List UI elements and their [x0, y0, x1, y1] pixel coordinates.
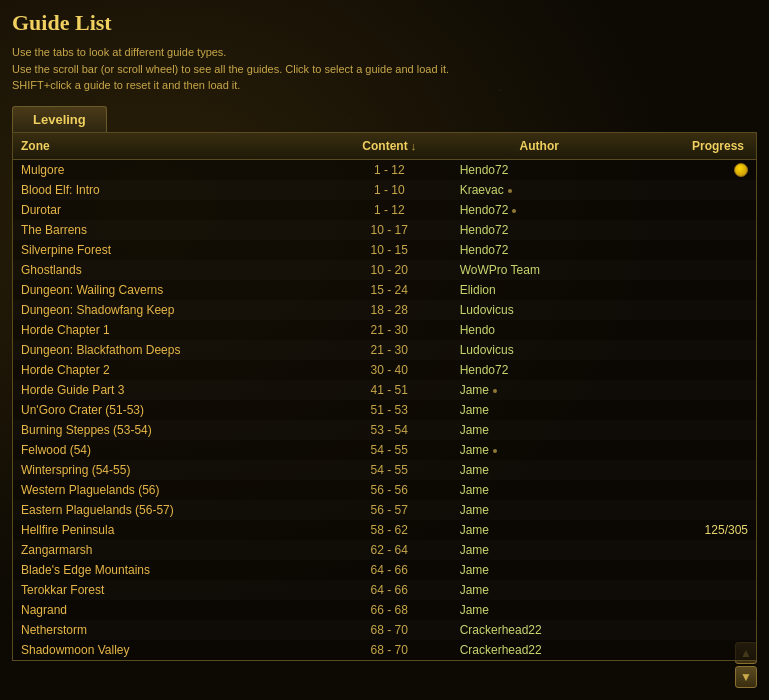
cell-content: 21 - 30	[327, 340, 452, 360]
cell-content: 1 - 10	[327, 180, 452, 200]
table-row[interactable]: Mulgore1 - 12Hendo72	[13, 159, 757, 180]
table-row[interactable]: Ghostlands10 - 20WoWPro Team	[13, 260, 757, 280]
cell-zone: Dungeon: Wailing Caverns	[13, 280, 327, 300]
cell-content: 64 - 66	[327, 560, 452, 580]
table-row[interactable]: Winterspring (54-55)54 - 55Jame	[13, 460, 757, 480]
cell-progress	[627, 420, 757, 440]
table-row[interactable]: Eastern Plaguelands (56-57)56 - 57Jame	[13, 500, 757, 520]
table-row[interactable]: Durotar1 - 12Hendo72	[13, 200, 757, 220]
col-header-author[interactable]: Author	[452, 132, 627, 159]
cell-author: Crackerhead22	[452, 640, 627, 661]
cell-progress	[627, 220, 757, 240]
cell-author: Jame	[452, 380, 627, 400]
cell-content: 10 - 20	[327, 260, 452, 280]
instructions: Use the tabs to look at different guide …	[12, 44, 757, 94]
cell-zone: Ghostlands	[13, 260, 327, 280]
cell-zone: Shadowmoon Valley	[13, 640, 327, 661]
cell-author: Jame	[452, 520, 627, 540]
table-row[interactable]: Netherstorm68 - 70Crackerhead22	[13, 620, 757, 640]
table-row[interactable]: Horde Chapter 121 - 30Hendo	[13, 320, 757, 340]
cell-progress	[627, 380, 757, 400]
cell-zone: Felwood (54)	[13, 440, 327, 460]
cell-author: Jame	[452, 460, 627, 480]
table-row[interactable]: Terokkar Forest64 - 66Jame	[13, 580, 757, 600]
cell-progress	[627, 440, 757, 460]
cell-zone: Horde Guide Part 3	[13, 380, 327, 400]
cell-progress	[627, 400, 757, 420]
cell-content: 1 - 12	[327, 159, 452, 180]
cell-zone: Western Plaguelands (56)	[13, 480, 327, 500]
col-header-progress[interactable]: Progress	[627, 132, 757, 159]
cell-zone: Silverpine Forest	[13, 240, 327, 260]
table-row[interactable]: Felwood (54)54 - 55Jame	[13, 440, 757, 460]
table-header-row: Zone Content↓ Author Progress	[13, 132, 757, 159]
cell-content: 62 - 64	[327, 540, 452, 560]
col-header-content[interactable]: Content↓	[327, 132, 452, 159]
table-row[interactable]: Hellfire Peninsula58 - 62Jame125/305	[13, 520, 757, 540]
table-row[interactable]: Dungeon: Blackfathom Deeps21 - 30Ludovic…	[13, 340, 757, 360]
table-row[interactable]: Horde Guide Part 341 - 51Jame	[13, 380, 757, 400]
cell-author: Hendo	[452, 320, 627, 340]
scroll-down-icon: ▼	[740, 670, 752, 684]
col-header-zone[interactable]: Zone	[13, 132, 327, 159]
cell-author: Jame	[452, 440, 627, 460]
cell-progress	[627, 159, 757, 180]
dot-indicator-icon	[493, 389, 497, 393]
tab-leveling[interactable]: Leveling	[12, 106, 107, 132]
cell-progress	[627, 600, 757, 620]
cell-progress	[627, 640, 757, 661]
cell-zone: Horde Chapter 2	[13, 360, 327, 380]
cell-progress	[627, 260, 757, 280]
cell-author: Jame	[452, 400, 627, 420]
cell-author: Hendo72	[452, 159, 627, 180]
table-row[interactable]: Un'Goro Crater (51-53)51 - 53Jame	[13, 400, 757, 420]
table-row[interactable]: Zangarmarsh62 - 64Jame	[13, 540, 757, 560]
page-title: Guide List	[12, 10, 757, 36]
cell-progress	[627, 480, 757, 500]
cell-content: 1 - 12	[327, 200, 452, 220]
table-row[interactable]: Burning Steppes (53-54)53 - 54Jame	[13, 420, 757, 440]
cell-content: 18 - 28	[327, 300, 452, 320]
table-row[interactable]: Dungeon: Shadowfang Keep18 - 28Ludovicus	[13, 300, 757, 320]
cell-author: Jame	[452, 600, 627, 620]
cell-progress	[627, 180, 757, 200]
gold-icon	[734, 163, 748, 177]
cell-author: Kraevac	[452, 180, 627, 200]
cell-author: Jame	[452, 480, 627, 500]
cell-zone: Nagrand	[13, 600, 327, 620]
cell-progress	[627, 460, 757, 480]
table-row[interactable]: Silverpine Forest10 - 15Hendo72	[13, 240, 757, 260]
table-row[interactable]: Dungeon: Wailing Caverns15 - 24Elidion	[13, 280, 757, 300]
cell-content: 56 - 57	[327, 500, 452, 520]
table-row[interactable]: Blade's Edge Mountains64 - 66Jame	[13, 560, 757, 580]
table-row[interactable]: Blood Elf: Intro1 - 10Kraevac	[13, 180, 757, 200]
cell-progress	[627, 500, 757, 520]
cell-zone: Mulgore	[13, 159, 327, 180]
cell-zone: Un'Goro Crater (51-53)	[13, 400, 327, 420]
cell-zone: Hellfire Peninsula	[13, 520, 327, 540]
cell-content: 41 - 51	[327, 380, 452, 400]
cell-progress	[627, 300, 757, 320]
cell-author: Jame	[452, 420, 627, 440]
cell-content: 15 - 24	[327, 280, 452, 300]
cell-author: Elidion	[452, 280, 627, 300]
cell-content: 58 - 62	[327, 520, 452, 540]
dot-indicator-icon	[512, 209, 516, 213]
cell-progress	[627, 280, 757, 300]
cell-content: 51 - 53	[327, 400, 452, 420]
table-row[interactable]: Shadowmoon Valley68 - 70Crackerhead22	[13, 640, 757, 661]
table-row[interactable]: Western Plaguelands (56)56 - 56Jame	[13, 480, 757, 500]
cell-progress	[627, 200, 757, 220]
cell-zone: Terokkar Forest	[13, 580, 327, 600]
cell-zone: Netherstorm	[13, 620, 327, 640]
dot-indicator-icon	[493, 449, 497, 453]
table-row[interactable]: Horde Chapter 230 - 40Hendo72	[13, 360, 757, 380]
cell-content: 68 - 70	[327, 640, 452, 661]
cell-content: 30 - 40	[327, 360, 452, 380]
cell-author: Jame	[452, 580, 627, 600]
cell-author: Jame	[452, 560, 627, 580]
table-row[interactable]: The Barrens10 - 17Hendo72	[13, 220, 757, 240]
cell-zone: The Barrens	[13, 220, 327, 240]
cell-zone: Durotar	[13, 200, 327, 220]
table-row[interactable]: Nagrand66 - 68Jame	[13, 600, 757, 620]
